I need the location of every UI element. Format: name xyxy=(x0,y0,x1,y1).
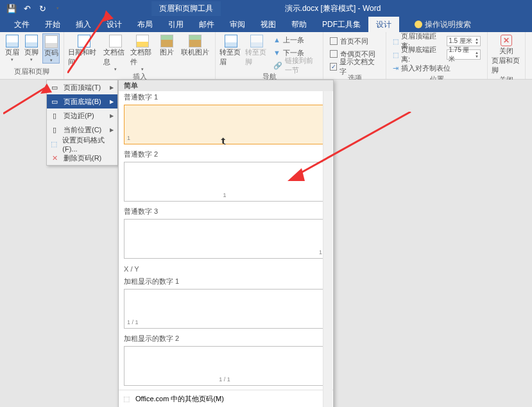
format-icon: ⬚ xyxy=(49,139,58,149)
gallery-item-plain-3[interactable]: 普通数字 3 1 xyxy=(119,205,333,263)
bulb-icon xyxy=(415,21,422,28)
tab-view[interactable]: 视图 xyxy=(253,17,284,32)
quickparts-icon xyxy=(136,35,149,48)
footer-dist-icon: ⬚ xyxy=(393,51,399,58)
docinfo-icon xyxy=(109,35,122,48)
datetime-button[interactable]: 日期和时间 xyxy=(68,33,101,67)
title-bar: 💾 ↶ ↻ ▾ 页眉和页脚工具 演示.docx [兼容模式] - Word xyxy=(0,0,532,17)
document-area: ▭页面顶端(T)▶ ▭页面底端(B)▶ ▯页边距(P)▶ ▯当前位置(C)▶ ⬚… xyxy=(0,80,532,407)
current-pos-icon: ▯ xyxy=(49,125,60,135)
spinner-icon[interactable]: ▲▼ xyxy=(475,51,479,58)
page-bottom-icon: ▭ xyxy=(49,96,60,107)
tab-home[interactable]: 开始 xyxy=(37,17,68,32)
menu-remove[interactable]: ✕删除页码(R) xyxy=(47,151,117,165)
insert-align-tab-button[interactable]: ⇥插入对齐制表位 xyxy=(390,62,483,74)
tell-me-label: 操作说明搜索 xyxy=(425,19,471,30)
menu-page-bottom[interactable]: ▭页面底端(B)▶ xyxy=(47,94,117,108)
chevron-right-icon: ▶ xyxy=(110,113,114,119)
footer-button[interactable]: 页脚▾ xyxy=(23,33,40,62)
office-icon: ⬚ xyxy=(121,394,132,404)
quickparts-button[interactable]: 文档部件▾ xyxy=(130,33,155,72)
calendar-icon xyxy=(78,35,90,48)
document-title: 演示.docx [兼容模式] - Word xyxy=(285,3,381,14)
close-icon: ✕ xyxy=(501,35,512,46)
chevron-right-icon: ▶ xyxy=(110,99,114,105)
tab-pdf[interactable]: PDF工具集 xyxy=(314,17,368,32)
link-icon: 🔗 xyxy=(273,62,282,70)
docinfo-button[interactable]: 文档信息▾ xyxy=(103,33,128,72)
footer-icon xyxy=(25,35,38,48)
tab-design-main[interactable]: 设计 xyxy=(99,17,130,32)
spinner-icon[interactable]: ▲▼ xyxy=(475,37,479,45)
gallery-preview: 1 xyxy=(124,219,325,259)
footer-distance-input[interactable]: 1.75 厘米▲▼ xyxy=(447,49,481,60)
tab-design[interactable]: 设计 xyxy=(368,17,399,32)
remove-icon: ✕ xyxy=(49,153,60,163)
gallery-office-more[interactable]: ⬚Office.com 中的其他页码(M)▶ xyxy=(119,390,333,407)
redo-icon[interactable]: ↻ xyxy=(36,2,49,15)
ribbon-tabs: 文件 开始 插入 设计 布局 引用 邮件 审阅 视图 帮助 PDF工具集 设计 … xyxy=(0,17,532,32)
diff-first-checkbox[interactable]: 首页不同 xyxy=(327,35,382,48)
tab-references[interactable]: 引用 xyxy=(160,17,191,32)
goto-header-icon xyxy=(225,35,237,48)
page-number-menu: ▭页面顶端(T)▶ ▭页面底端(B)▶ ▯页边距(P)▶ ▯当前位置(C)▶ ⬚… xyxy=(46,80,118,166)
gallery-preview: 1 xyxy=(124,162,325,202)
checkbox-unchecked-icon xyxy=(330,37,338,45)
checkbox-checked-icon: ✓ xyxy=(330,63,337,71)
header-button[interactable]: 页眉▾ xyxy=(4,33,21,62)
quick-access-toolbar: 💾 ↶ ↻ ▾ xyxy=(0,2,64,15)
qat-dropdown-icon[interactable]: ▾ xyxy=(51,2,64,15)
show-doc-text-checkbox[interactable]: ✓显示文档文字 xyxy=(327,60,382,73)
page-top-icon: ▭ xyxy=(49,82,60,92)
gallery-item-bold-1[interactable]: 加粗显示的数字 1 1 / 1 xyxy=(119,275,333,333)
gallery-category-simple: 简单 xyxy=(119,80,333,91)
page-number-button[interactable]: 页码▾ xyxy=(42,33,60,64)
gallery-item-plain-2[interactable]: 普通数字 2 1 xyxy=(119,148,333,205)
menu-format[interactable]: ⬚设置页码格式(F)... xyxy=(47,137,117,151)
contextual-tab-label: 页眉和页脚工具 xyxy=(151,1,221,16)
up-arrow-icon: ▲ xyxy=(273,36,280,44)
chevron-right-icon: ▶ xyxy=(110,85,114,91)
tab-review[interactable]: 审阅 xyxy=(222,17,253,32)
menu-page-top[interactable]: ▭页面顶端(T)▶ xyxy=(47,80,117,94)
cursor-icon: ⮬ xyxy=(219,135,228,146)
page-number-icon xyxy=(45,35,58,48)
down-arrow-icon: ▼ xyxy=(273,49,280,56)
gallery-item-bold-2[interactable]: 加粗显示的数字 2 1 / 1 xyxy=(119,333,333,390)
tab-insert[interactable]: 插入 xyxy=(68,17,99,32)
tab-mailings[interactable]: 邮件 xyxy=(191,17,222,32)
tab-help[interactable]: 帮助 xyxy=(284,17,314,32)
group-header-footer: 页眉和页脚 xyxy=(4,67,60,78)
footer-distance-row: ⬚ 页脚底端距离: 1.75 厘米▲▼ xyxy=(390,48,483,61)
picture-button[interactable]: 图片 xyxy=(157,33,176,57)
goto-footer-icon xyxy=(250,35,263,48)
close-hf-button[interactable]: ✕ 关闭 页眉和页脚 xyxy=(492,33,521,75)
chevron-right-icon: ▶ xyxy=(110,127,114,133)
scrollbar[interactable] xyxy=(323,91,332,407)
tab-file[interactable]: 文件 xyxy=(6,17,37,32)
gallery-preview: 1 / 1 xyxy=(124,346,325,386)
gallery-preview: 1 / 1 xyxy=(124,289,325,329)
goto-header-button[interactable]: 转至页眉 xyxy=(219,33,243,67)
online-picture-button[interactable]: 联机图片 xyxy=(178,33,211,57)
save-icon[interactable]: 💾 xyxy=(5,2,18,15)
checkbox-unchecked-icon xyxy=(330,50,338,58)
tab-layout[interactable]: 布局 xyxy=(130,17,160,32)
svg-line-2 xyxy=(3,88,45,114)
ribbon: 页眉▾ 页脚▾ 页码▾ 页眉和页脚 日期和时间 文档信息▾ 文档部件▾ 图片 联… xyxy=(0,32,532,80)
tab-icon: ⇥ xyxy=(393,64,399,73)
header-dist-icon: ⬚ xyxy=(393,38,399,45)
link-previous-button: 🔗链接到前一节 xyxy=(271,59,319,72)
prev-section-button[interactable]: ▲上一条 xyxy=(271,33,319,46)
page-number-gallery: 简单 普通数字 1 1 普通数字 2 1 普通数字 3 1 X / Y 加粗显示… xyxy=(118,80,334,407)
gallery-category-xy: X / Y xyxy=(119,263,333,275)
menu-page-margin[interactable]: ▯页边距(P)▶ xyxy=(47,108,117,123)
goto-footer-button[interactable]: 转至页脚 xyxy=(245,33,268,67)
header-icon xyxy=(6,35,19,48)
undo-icon[interactable]: ↶ xyxy=(21,2,33,15)
gallery-footer: ⬚Office.com 中的其他页码(M)▶ 将所选内容另存为页码(底端)(S) xyxy=(119,390,333,407)
page-margin-icon: ▯ xyxy=(49,110,60,121)
online-picture-icon xyxy=(189,35,202,48)
tab-tell-me[interactable]: 操作说明搜索 xyxy=(407,17,479,32)
header-distance-input[interactable]: 1.5 厘米▲▼ xyxy=(447,36,481,46)
